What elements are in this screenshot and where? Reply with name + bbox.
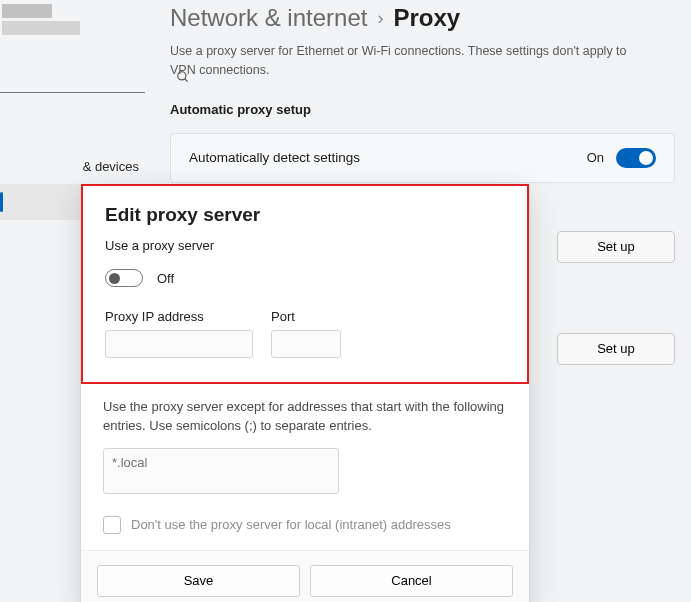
proxy-ip-input[interactable] <box>105 330 253 358</box>
exceptions-input[interactable] <box>103 448 339 494</box>
modal-footer: Save Cancel <box>81 550 529 602</box>
bypass-local-checkbox[interactable] <box>103 516 121 534</box>
edit-proxy-modal: Edit proxy server Use a proxy server Off… <box>80 185 530 602</box>
use-proxy-toggle[interactable] <box>105 269 143 287</box>
toggle-state-label: Off <box>157 271 174 286</box>
bypass-local-label: Don't use the proxy server for local (in… <box>131 517 451 532</box>
cancel-button[interactable]: Cancel <box>310 565 513 597</box>
use-proxy-label: Use a proxy server <box>105 238 505 253</box>
exceptions-help: Use the proxy server except for addresse… <box>103 398 507 436</box>
port-label: Port <box>271 309 341 324</box>
highlight-box: Edit proxy server Use a proxy server Off… <box>81 184 529 384</box>
ip-label: Proxy IP address <box>105 309 253 324</box>
modal-title: Edit proxy server <box>105 204 505 226</box>
proxy-port-input[interactable] <box>271 330 341 358</box>
save-button[interactable]: Save <box>97 565 300 597</box>
